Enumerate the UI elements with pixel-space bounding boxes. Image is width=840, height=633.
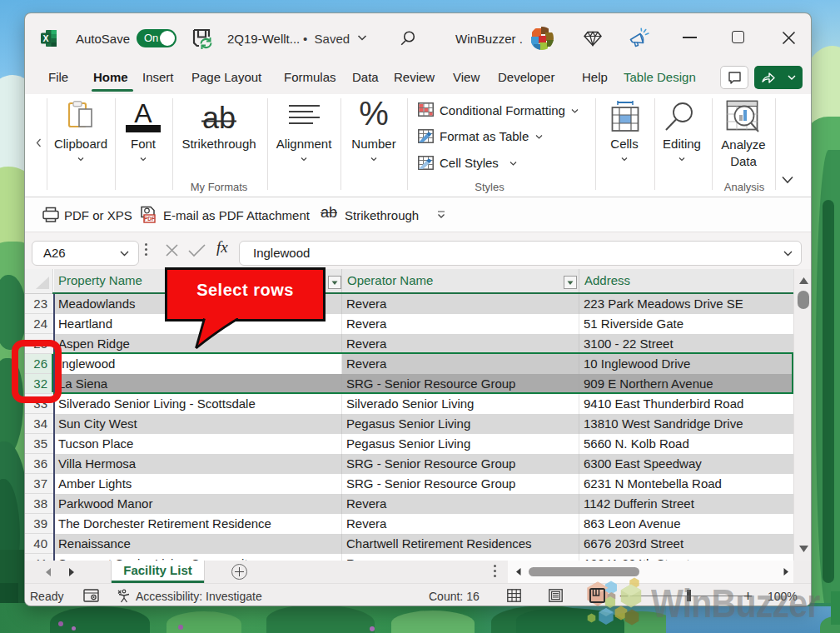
svg-text:A: A [134,101,152,128]
svg-text:ab: ab [202,101,236,134]
svg-text:PDF: PDF [144,216,155,222]
svg-text:X: X [42,33,48,43]
